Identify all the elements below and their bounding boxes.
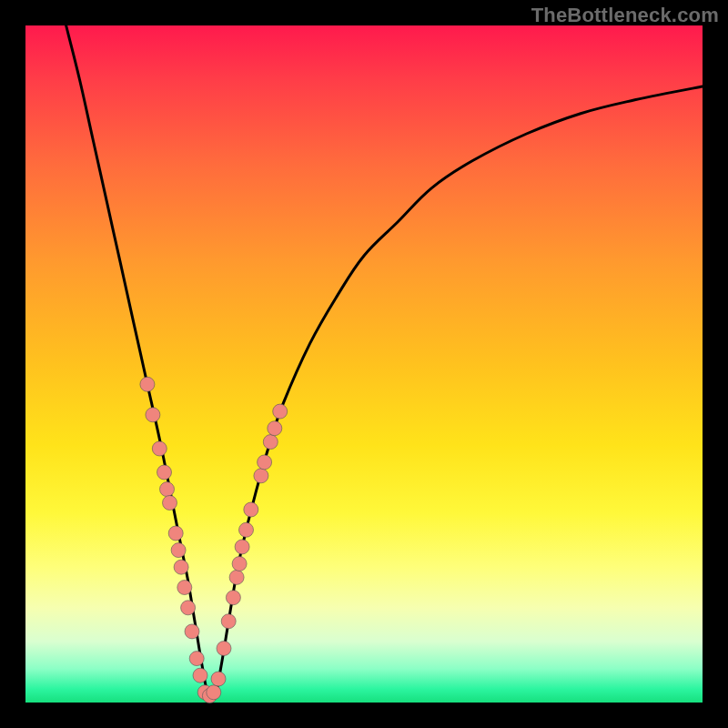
curve-marker: [268, 421, 282, 436]
curve-marker: [171, 543, 186, 558]
plot-area: [25, 25, 703, 703]
watermark-text: TheBottleneck.com: [531, 4, 719, 27]
curve-marker: [211, 672, 226, 686]
curve-svg: [25, 25, 703, 703]
curve-marker: [189, 652, 204, 666]
curve-marker: [177, 581, 192, 595]
curve-marker: [160, 482, 175, 497]
curve-markers: [140, 377, 288, 703]
curve-marker: [152, 441, 167, 456]
curve-marker: [174, 560, 188, 574]
curve-marker: [254, 469, 268, 483]
curve-marker: [229, 570, 244, 584]
curve-marker: [273, 404, 288, 419]
curve-marker: [244, 502, 258, 517]
curve-marker: [207, 685, 221, 700]
curve-marker: [221, 614, 236, 629]
curve-marker: [193, 668, 207, 682]
curve-marker: [157, 465, 172, 480]
curve-marker: [226, 591, 240, 605]
curve-marker: [185, 624, 199, 639]
curve-marker: [258, 455, 272, 470]
bottleneck-curve: [66, 25, 703, 701]
curve-marker: [217, 642, 231, 656]
curve-marker: [146, 408, 160, 422]
curve-marker: [181, 601, 196, 615]
curve-marker: [239, 522, 254, 537]
curve-marker: [232, 557, 247, 571]
curve-marker: [263, 435, 278, 450]
curve-marker: [235, 540, 249, 554]
curve-marker: [168, 526, 183, 541]
curve-marker: [163, 496, 177, 511]
chart-frame: TheBottleneck.com: [0, 0, 728, 728]
curve-marker: [140, 377, 155, 391]
